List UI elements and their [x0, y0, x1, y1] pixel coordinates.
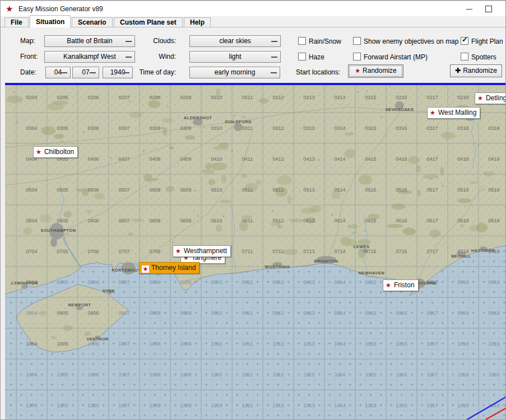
grid-cell-label: 0612: [272, 218, 284, 223]
airfield-button-thorney-island[interactable]: ★Thorney Island: [139, 262, 199, 274]
grid-cell-label: 0806: [87, 279, 99, 285]
grid-cell-label: 0211: [242, 95, 253, 100]
grid-cell-label: 1006: [87, 341, 99, 347]
grid-cell-label: 0811: [242, 279, 253, 285]
grid-cell-label: 0509: [180, 187, 191, 193]
grid-cell-label: 1011: [242, 341, 253, 347]
tab-custom-plane-set[interactable]: Custom Plane set: [114, 17, 183, 27]
checkbox-flight-plan[interactable]: ✓Flight Plan: [461, 37, 503, 45]
grid-cell-label: 0507: [118, 187, 129, 193]
grid-cell-label: 0411: [242, 156, 253, 162]
spotters-checkbox-box[interactable]: [461, 53, 468, 60]
randomize-plus-button[interactable]: ✚Randomize: [450, 64, 502, 77]
city-label-bexhill: BEXHILL: [452, 254, 471, 259]
date-day-dropdown[interactable]: 04: [45, 67, 71, 78]
checkbox-rain-snow[interactable]: Rain/Snow: [298, 37, 341, 45]
app-star-icon: ★: [6, 4, 13, 14]
wind-dropdown[interactable]: light: [189, 51, 281, 63]
grid-cell-label: 0607: [118, 218, 129, 223]
tab-file[interactable]: File: [4, 17, 29, 27]
show-enemy-objectives-checkbox-box[interactable]: [353, 37, 361, 45]
dropdown-icon: [271, 72, 277, 73]
grid-cell-label: 1007: [118, 341, 129, 347]
grid-cell-label: 0309: [180, 125, 191, 131]
grid-cell-label: 0907: [118, 310, 129, 316]
grid-cell-label: 0519: [488, 187, 499, 193]
grid-cell-label: 0808: [149, 279, 160, 285]
grid-cell-label: 0417: [426, 156, 438, 162]
time-of-day-label: Time of day:: [129, 68, 176, 77]
grid-cell-label: 1008: [149, 341, 160, 347]
minimize-button[interactable]: [460, 1, 479, 17]
grid-cell-label: 0304: [26, 125, 37, 131]
grid-cell-label: 1207: [118, 403, 129, 408]
grid-cell-label: 0718: [457, 249, 468, 254]
grid-cell-label: 0418: [457, 156, 468, 162]
grid-cell-label: 0414: [334, 156, 345, 162]
tab-help[interactable]: Help: [184, 17, 211, 27]
grid-cell-label: 0611: [242, 218, 253, 223]
maximize-icon: [485, 6, 492, 12]
grid-cell-label: 0213: [303, 95, 314, 100]
date-month-dropdown[interactable]: 07: [72, 67, 99, 78]
city-label-worthing: WORTHING: [265, 264, 290, 269]
airfield-button-chilbolton[interactable]: ★Chilbolton: [33, 146, 78, 158]
start-locations-label: Start locations:: [296, 68, 340, 77]
flight-plan-checkbox-box[interactable]: ✓: [461, 37, 468, 45]
grid-cell-label: 1104: [26, 372, 37, 377]
grid-cell-label: 1118: [458, 372, 468, 377]
airfield-button-west-malling[interactable]: ★West Malling: [427, 107, 480, 119]
forward-airstart-checkbox-box[interactable]: [353, 53, 361, 60]
grid-cell-label: 0504: [26, 187, 37, 193]
star-icon: ★: [477, 95, 483, 101]
airfield-label: Chilbolton: [44, 148, 74, 156]
randomize-start-locations-button[interactable]: ★Randomize: [348, 64, 403, 78]
city-label-newhaven: NEWHAVEN: [359, 270, 384, 276]
map-view[interactable]: 0204020502060207020802090210021102120213…: [5, 85, 505, 419]
grid-cell-label: 0608: [149, 218, 160, 223]
airfield-button-westhampnett[interactable]: ★Westhampnett: [173, 245, 231, 257]
forward-airstart-label: Forward Airstart (MP): [364, 53, 428, 61]
grid-cell-label: 0704: [26, 249, 37, 254]
grid-cell-label: 0809: [180, 279, 191, 285]
grid-cell-label: 1004: [26, 341, 37, 347]
city-label-brighton: BRIGHTON: [314, 259, 338, 264]
grid-cell-label: 0416: [396, 156, 407, 162]
airfield-button-friston[interactable]: ★Friston: [383, 279, 419, 291]
tab-scenario[interactable]: Scenario: [72, 17, 113, 27]
grid-cell-label: 0212: [272, 95, 284, 100]
checkbox-spotters[interactable]: Spotters: [461, 53, 496, 60]
grid-cell-label: 0819: [488, 279, 499, 285]
grid-cell-label: 0712: [272, 249, 284, 254]
rain-snow-checkbox-box[interactable]: [298, 37, 306, 45]
dropdown-icon: [271, 41, 277, 42]
map-canvas: 0204020502060207020802090210021102120213…: [5, 85, 505, 419]
flight-plan-label: Flight Plan: [471, 38, 503, 45]
grid-cell-label: 0616: [396, 218, 407, 223]
checkbox-haze[interactable]: Haze: [298, 53, 324, 60]
city-label-hastings: HASTINGS: [471, 248, 495, 253]
city-label-ryde: RYDE: [103, 288, 115, 293]
date-year-dropdown[interactable]: 1940: [103, 67, 133, 78]
checkbox-show-enemy-objectives[interactable]: Show enemy objectives on map: [353, 37, 458, 45]
minimize-icon: [466, 9, 472, 10]
checkbox-forward-airstart[interactable]: Forward Airstart (MP): [353, 53, 428, 60]
grid-cell-label: 1119: [489, 372, 499, 377]
grid-cell-label: 0606: [87, 218, 99, 223]
haze-checkbox-box[interactable]: [298, 53, 306, 60]
grid-cell-label: 1117: [427, 372, 438, 377]
time-of-day-dropdown[interactable]: early morning: [189, 67, 280, 78]
clouds-dropdown[interactable]: clear skies: [189, 35, 281, 47]
airfield-button-detling[interactable]: ★Detling: [475, 92, 505, 104]
grid-cell-label: 1213: [303, 403, 314, 408]
maximize-button[interactable]: [479, 1, 498, 17]
grid-cell-label: 0918: [457, 310, 468, 316]
grid-cell-label: 1208: [149, 403, 160, 408]
tab-situation[interactable]: Situation: [30, 15, 71, 27]
city-label-southampton: SOUTHAMPTON: [40, 228, 76, 233]
map-dropdown[interactable]: Battle of Britain: [44, 35, 135, 47]
front-dropdown[interactable]: Kanalkampf West: [44, 51, 135, 63]
grid-cell-label: 1214: [334, 403, 345, 408]
grid-cell-label: 0217: [426, 95, 438, 100]
grid-cell-label: 0905: [57, 310, 68, 316]
